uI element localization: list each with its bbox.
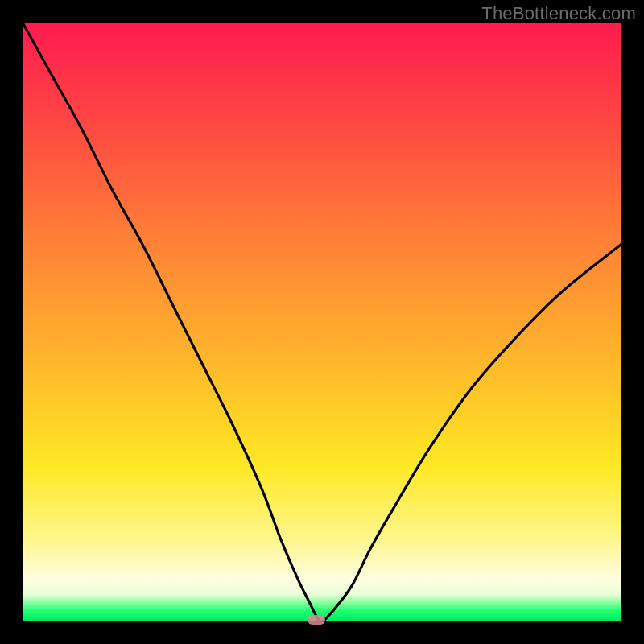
plot-area: [23, 23, 621, 621]
minimum-marker: [308, 615, 325, 625]
chart-frame: TheBottleneck.com: [0, 0, 644, 644]
bottleneck-curve: [23, 23, 621, 621]
watermark-text: TheBottleneck.com: [481, 3, 636, 24]
